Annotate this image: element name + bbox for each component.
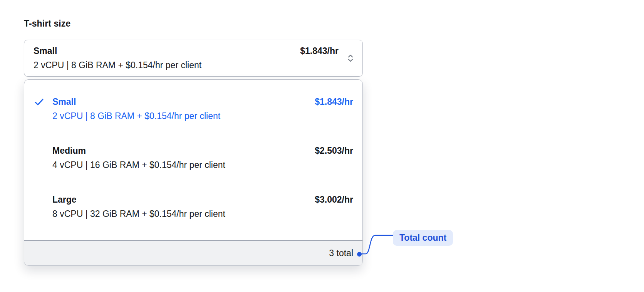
- total-count-text: 3 total: [329, 248, 353, 258]
- option-small[interactable]: Small $1.843/hr 2 vCPU | 8 GiB RAM + $0.…: [24, 85, 362, 134]
- check-icon: [34, 95, 52, 109]
- option-price: $3.002/hr: [315, 193, 353, 207]
- check-placeholder: [34, 144, 52, 158]
- annotation-connector-line: [359, 230, 396, 257]
- option-description: 2 vCPU | 8 GiB RAM + $0.154/hr per clien…: [52, 109, 315, 123]
- option-title: Small: [52, 95, 315, 109]
- field-label: T-shirt size: [24, 18, 70, 29]
- trigger-selected-description: 2 vCPU | 8 GiB RAM + $0.154/hr per clien…: [34, 58, 339, 72]
- tshirt-size-select-trigger[interactable]: Small $1.843/hr 2 vCPU | 8 GiB RAM + $0.…: [24, 40, 363, 77]
- option-title: Large: [52, 193, 315, 207]
- dropdown-footer: 3 total: [24, 240, 362, 265]
- option-description: 8 vCPU | 32 GiB RAM + $0.154/hr per clie…: [52, 207, 315, 221]
- tshirt-size-dropdown: Small $1.843/hr 2 vCPU | 8 GiB RAM + $0.…: [24, 79, 363, 266]
- option-title: Medium: [52, 144, 315, 158]
- annotation-anchor-dot: [357, 252, 362, 257]
- option-list: Small $1.843/hr 2 vCPU | 8 GiB RAM + $0.…: [24, 80, 362, 240]
- option-description: 4 vCPU | 16 GiB RAM + $0.154/hr per clie…: [52, 158, 315, 172]
- option-medium[interactable]: Medium $2.503/hr 4 vCPU | 16 GiB RAM + $…: [24, 134, 362, 183]
- option-large[interactable]: Large $3.002/hr 8 vCPU | 32 GiB RAM + $0…: [24, 183, 362, 232]
- page: T-shirt size Small $1.843/hr 2 vCPU | 8 …: [0, 0, 644, 292]
- option-price: $2.503/hr: [315, 144, 353, 158]
- select-chevron-up-down-icon: [347, 54, 354, 63]
- option-price: $1.843/hr: [315, 95, 353, 109]
- trigger-selected-title: Small: [34, 44, 292, 58]
- annotation-label: Total count: [393, 230, 453, 246]
- trigger-selected-price: $1.843/hr: [300, 44, 339, 58]
- check-placeholder: [34, 193, 52, 207]
